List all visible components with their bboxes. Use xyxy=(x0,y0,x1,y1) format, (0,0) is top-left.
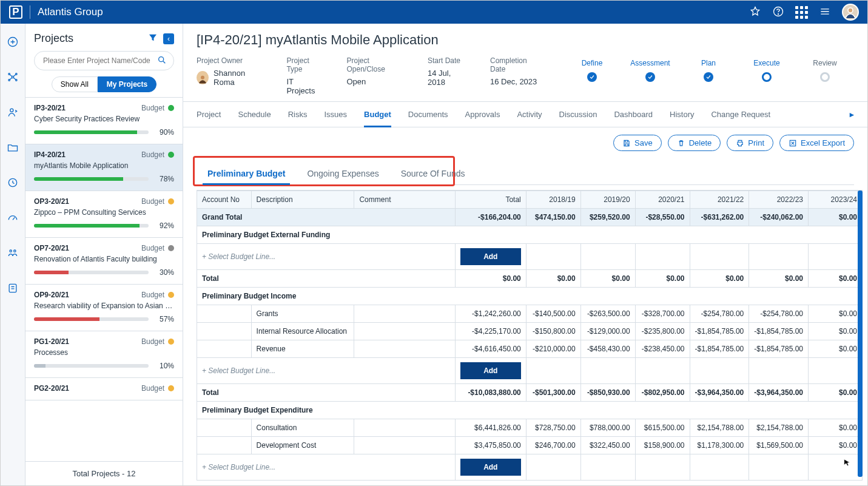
line-value[interactable]: $1,569,500.00 xyxy=(749,437,809,454)
account-no[interactable] xyxy=(197,419,252,437)
subtab-source-of-funds[interactable]: Source Of Funds xyxy=(390,169,476,184)
search-icon[interactable] xyxy=(157,55,167,67)
project-card[interactable]: OP3-20/21 Budget Zippco – PPM Consulting… xyxy=(25,191,183,238)
project-card[interactable]: PG2-20/21 Budget xyxy=(25,378,183,400)
line-description[interactable]: Internal Resource Allocation xyxy=(251,323,354,340)
line-value[interactable]: -$458,430.00 xyxy=(580,340,635,358)
tab-approvals[interactable]: Approvals xyxy=(465,102,500,127)
line-description[interactable]: Consultation xyxy=(251,419,354,437)
vertical-scrollbar[interactable] xyxy=(858,191,863,477)
line-value[interactable]: $3,475,850.00 xyxy=(455,437,526,454)
line-value[interactable]: -$4,616,450.00 xyxy=(455,340,526,358)
select-budget-line[interactable]: + Select Budget Line... xyxy=(197,454,456,481)
line-value[interactable]: -$238,450.00 xyxy=(635,340,690,358)
rail-add-icon[interactable] xyxy=(4,33,21,50)
line-value[interactable]: -$263,500.00 xyxy=(580,305,635,323)
line-value[interactable]: $0.00 xyxy=(809,437,863,454)
filter-icon[interactable] xyxy=(147,32,158,45)
add-line-button[interactable]: Add xyxy=(460,459,521,476)
col-header[interactable]: Comment xyxy=(354,191,455,209)
line-description[interactable]: Grants xyxy=(251,305,354,323)
col-header[interactable]: 2019/20 xyxy=(580,191,635,209)
line-value[interactable]: -$254,780.00 xyxy=(749,305,809,323)
line-value[interactable]: -$1,854,785.00 xyxy=(749,340,809,358)
col-header[interactable]: Total xyxy=(455,191,526,209)
print-button[interactable]: Print xyxy=(727,135,773,151)
tab-project[interactable]: Project xyxy=(197,102,221,127)
line-value[interactable]: $2,154,788.00 xyxy=(690,419,749,437)
tab-documents[interactable]: Documents xyxy=(408,102,448,127)
line-value[interactable]: -$4,225,170.00 xyxy=(455,323,526,340)
subtab-preliminary-budget[interactable]: Preliminary Budget xyxy=(197,169,296,184)
stage-plan[interactable]: Plan xyxy=(679,59,738,82)
line-value[interactable]: -$328,700.00 xyxy=(635,305,690,323)
select-budget-line[interactable]: + Select Budget Line... xyxy=(197,358,456,384)
apps-grid-icon[interactable] xyxy=(795,6,808,19)
line-value[interactable]: $322,450.00 xyxy=(580,437,635,454)
rail-folder-icon[interactable] xyxy=(4,139,21,156)
rail-team-icon[interactable] xyxy=(4,245,21,262)
menu-icon[interactable] xyxy=(819,5,831,19)
col-header[interactable]: 2022/23 xyxy=(749,191,809,209)
add-line-button[interactable]: Add xyxy=(460,362,521,379)
project-card[interactable]: OP9-20/21 Budget Research viability of E… xyxy=(25,285,183,331)
rail-network-icon[interactable] xyxy=(4,69,21,86)
line-value[interactable]: $158,900.00 xyxy=(635,437,690,454)
col-header[interactable]: 2021/22 xyxy=(690,191,749,209)
stage-assessment[interactable]: Assessment xyxy=(621,59,679,82)
line-value[interactable]: -$210,000.00 xyxy=(526,340,580,358)
project-card[interactable]: PG1-20/21 Budget Processes 10% xyxy=(25,331,183,378)
line-value[interactable]: -$1,242,260.00 xyxy=(455,305,526,323)
line-value[interactable]: -$1,854,785.00 xyxy=(749,323,809,340)
line-value[interactable]: $246,700.00 xyxy=(526,437,580,454)
delete-button[interactable]: Delete xyxy=(668,135,721,151)
account-no[interactable] xyxy=(197,340,252,358)
app-logo[interactable]: P xyxy=(9,5,22,19)
tabs-more-icon[interactable]: ▸ xyxy=(850,110,854,119)
line-value[interactable]: $2,154,788.00 xyxy=(749,419,809,437)
line-value[interactable]: -$150,800.00 xyxy=(526,323,580,340)
user-avatar[interactable] xyxy=(842,4,859,21)
line-value[interactable]: $788,000.00 xyxy=(580,419,635,437)
project-card[interactable]: IP3-20/21 Budget Cyber Security Practice… xyxy=(25,98,183,144)
line-value[interactable]: $615,500.00 xyxy=(635,419,690,437)
line-value[interactable]: $0.00 xyxy=(809,323,863,340)
line-comment[interactable] xyxy=(354,305,455,323)
tab-activity[interactable]: Activity xyxy=(517,102,542,127)
collapse-panel-icon[interactable]: ‹ xyxy=(163,33,174,44)
excel-export-button[interactable]: Excel Export xyxy=(779,135,854,151)
tab-budget[interactable]: Budget xyxy=(364,102,391,127)
line-value[interactable]: -$129,000.00 xyxy=(580,323,635,340)
rail-gauge-icon[interactable] xyxy=(4,209,21,226)
line-comment[interactable] xyxy=(354,437,455,454)
star-icon[interactable] xyxy=(749,5,761,19)
line-value[interactable]: -$235,800.00 xyxy=(635,323,690,340)
stage-execute[interactable]: Execute xyxy=(738,59,796,82)
tab-dashboard[interactable]: Dashboard xyxy=(614,102,653,127)
tab-issues[interactable]: Issues xyxy=(324,102,347,127)
line-value[interactable]: $728,750.00 xyxy=(526,419,580,437)
account-no[interactable] xyxy=(197,323,252,340)
line-value[interactable]: $1,178,300.00 xyxy=(690,437,749,454)
col-header[interactable]: 2023/24 xyxy=(809,191,863,209)
tab-change-request[interactable]: Change Request xyxy=(711,102,770,127)
col-header[interactable]: 2018/19 xyxy=(526,191,580,209)
stage-define[interactable]: Define xyxy=(563,59,621,82)
tab-schedule[interactable]: Schedule xyxy=(238,102,271,127)
save-button[interactable]: Save xyxy=(613,135,662,151)
project-card[interactable]: OP7-20/21 Budget Renovation of Atlantis … xyxy=(25,238,183,285)
line-comment[interactable] xyxy=(354,323,455,340)
line-description[interactable]: Revenue xyxy=(251,340,354,358)
my-projects-button[interactable]: My Projects xyxy=(98,76,156,92)
line-comment[interactable] xyxy=(354,419,455,437)
col-header[interactable]: 2020/21 xyxy=(635,191,690,209)
rail-user-icon[interactable] xyxy=(4,104,21,121)
line-value[interactable]: $6,441,826.00 xyxy=(455,419,526,437)
line-value[interactable]: -$1,854,785.00 xyxy=(690,323,749,340)
line-value[interactable]: $0.00 xyxy=(809,305,863,323)
subtab-ongoing-expenses[interactable]: Ongoing Expenses xyxy=(296,169,389,184)
project-card[interactable]: IP4-20/21 Budget myAtlantis Mobile Appli… xyxy=(25,144,183,191)
line-description[interactable]: Development Cost xyxy=(251,437,354,454)
line-comment[interactable] xyxy=(354,340,455,358)
line-value[interactable]: -$254,780.00 xyxy=(690,305,749,323)
